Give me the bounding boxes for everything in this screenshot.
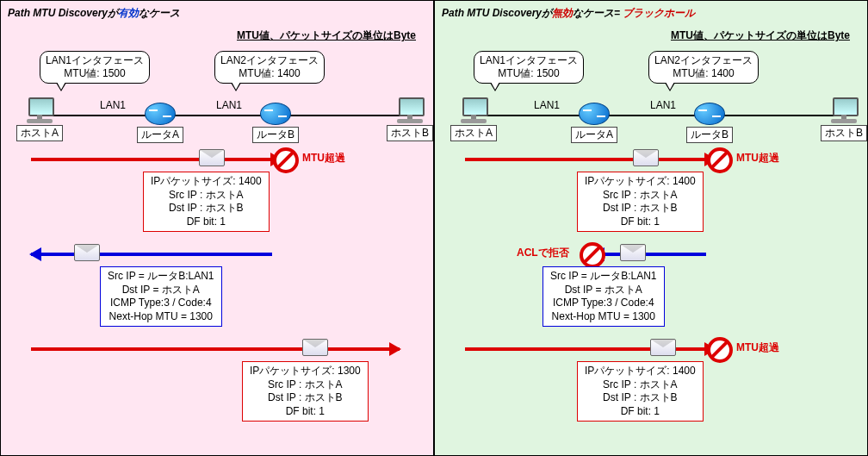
node-label: ルータB <box>686 127 733 143</box>
info-line: Dst IP : ホストB <box>585 202 696 216</box>
title-pre: Path MTU Discovery <box>8 7 108 19</box>
router-icon <box>260 103 291 125</box>
info-line: Src IP : ホストA <box>250 378 361 392</box>
balloon-line: MTU値: 1400 <box>220 67 319 80</box>
node-label: ルータB <box>252 127 299 143</box>
topology-link <box>34 115 404 116</box>
node-label: ホストB <box>821 125 867 141</box>
panel-title: Path MTU Discoveryが無効なケース= ブラックホール <box>442 6 860 21</box>
info-line: Next-Hop MTU = 1300 <box>550 310 657 324</box>
balloon-line: MTU値: 1500 <box>480 67 578 80</box>
label-mtu-exceed: MTU超過 <box>736 151 779 166</box>
host-icon <box>24 97 55 123</box>
envelope-icon <box>650 339 676 356</box>
info-line: IPパケットサイズ: 1400 <box>151 175 262 189</box>
info-line: Src IP = ルータB:LAN1 <box>108 270 214 284</box>
node-router-b: ルータB <box>686 103 733 143</box>
info-line: Dst IP : ホストB <box>585 391 696 405</box>
node-router-a: ルータA <box>571 103 617 143</box>
info-line: IPパケットサイズ: 1400 <box>585 175 696 189</box>
router-icon <box>145 103 176 125</box>
stop-icon <box>707 337 733 363</box>
infobox-pkt2: IPパケットサイズ: 1300 Src IP : ホストA Dst IP : ホ… <box>242 361 369 422</box>
balloon-lan2: LAN2インタフェース MTU値: 1400 <box>648 51 759 84</box>
arrow-icmp <box>31 253 272 256</box>
node-router-a: ルータA <box>137 103 183 143</box>
info-line: IPパケットサイズ: 1400 <box>585 365 696 378</box>
arrow-pkt2 <box>31 347 400 351</box>
title-highlight: 無効 <box>552 7 573 19</box>
node-host-a: ホストA <box>450 97 497 141</box>
arrow-pkt1 <box>31 158 281 161</box>
title-post: なケース <box>139 7 180 19</box>
panel-title: Path MTU Discoveryが有効なケース <box>8 6 426 21</box>
router-icon <box>694 103 725 125</box>
info-line: Dst IP : ホストB <box>151 202 262 216</box>
arrow-icmp <box>594 253 706 256</box>
node-label: ホストA <box>16 125 63 141</box>
title-mid: が <box>108 7 118 19</box>
title-extra: ブラックホール <box>623 7 695 19</box>
link-label-lan1b: LAN1 <box>216 99 242 111</box>
title-highlight: 有効 <box>118 7 139 19</box>
label-mtu-exceed: MTU超過 <box>302 151 345 166</box>
info-line: DF bit: 1 <box>585 405 696 419</box>
stop-icon <box>580 242 605 268</box>
balloon-line: MTU値: 1400 <box>654 67 753 80</box>
info-line: ICMP Type:3 / Code:4 <box>550 297 657 310</box>
envelope-icon <box>302 339 328 356</box>
envelope-icon <box>633 149 659 166</box>
infobox-icmp: Src IP = ルータB:LAN1 Dst IP = ホストA ICMP Ty… <box>542 266 665 327</box>
info-line: Src IP = ルータB:LAN1 <box>550 270 657 284</box>
balloon-line: LAN1インタフェース <box>480 54 578 67</box>
label-acl-deny: ACLで拒否 <box>517 246 569 260</box>
router-icon <box>579 103 610 125</box>
info-line: IPパケットサイズ: 1300 <box>250 365 361 378</box>
panel-pmtu-enabled: Path MTU Discoveryが有効なケース MTU値、パケットサイズの単… <box>0 0 434 456</box>
envelope-icon <box>199 149 225 166</box>
topology-link <box>468 115 838 116</box>
stop-icon <box>273 147 299 173</box>
host-icon <box>394 97 425 123</box>
balloon-line: LAN2インタフェース <box>654 54 753 67</box>
node-label: ルータA <box>571 127 617 143</box>
title-pre: Path MTU Discovery <box>442 7 542 19</box>
node-router-b: ルータB <box>252 103 299 143</box>
host-icon <box>458 97 489 123</box>
info-line: Src IP : ホストA <box>585 378 696 392</box>
subtitle: MTU値、パケットサイズの単位はByte <box>237 28 416 43</box>
node-label: ホストA <box>450 125 497 141</box>
balloon-lan1: LAN1インタフェース MTU値: 1500 <box>474 51 584 84</box>
panel-pmtu-disabled: Path MTU Discoveryが無効なケース= ブラックホール MTU値、… <box>434 0 868 456</box>
node-host-b: ホストB <box>821 97 867 141</box>
infobox-icmp: Src IP = ルータB:LAN1 Dst IP = ホストA ICMP Ty… <box>100 266 222 327</box>
label-mtu-exceed: MTU超過 <box>736 340 779 355</box>
node-label: ホストB <box>387 125 433 141</box>
subtitle: MTU値、パケットサイズの単位はByte <box>671 28 850 43</box>
info-line: ICMP Type:3 / Code:4 <box>108 297 214 310</box>
host-icon <box>828 97 859 123</box>
node-label: ルータA <box>137 127 183 143</box>
infobox-pkt1: IPパケットサイズ: 1400 Src IP : ホストA Dst IP : ホ… <box>143 172 270 232</box>
link-label-lan1b: LAN1 <box>650 99 676 111</box>
arrow-pkt1 <box>465 158 715 161</box>
info-line: Dst IP : ホストB <box>250 391 361 405</box>
node-host-b: ホストB <box>387 97 433 141</box>
page: Path MTU Discoveryが有効なケース MTU値、パケットサイズの単… <box>0 0 868 456</box>
stop-icon <box>707 147 733 173</box>
info-line: Dst IP = ホストA <box>550 284 657 297</box>
node-host-a: ホストA <box>16 97 63 141</box>
link-label-lan1: LAN1 <box>534 99 560 111</box>
info-line: Next-Hop MTU = 1300 <box>108 310 214 324</box>
balloon-line: LAN1インタフェース <box>46 54 144 67</box>
infobox-pkt1: IPパケットサイズ: 1400 Src IP : ホストA Dst IP : ホ… <box>577 172 704 232</box>
envelope-icon <box>620 244 646 261</box>
info-line: Src IP : ホストA <box>151 189 262 203</box>
balloon-line: MTU値: 1500 <box>46 67 144 80</box>
info-line: DF bit: 1 <box>250 405 361 419</box>
arrow-pkt2 <box>465 347 715 351</box>
balloon-lan1: LAN1インタフェース MTU値: 1500 <box>40 51 150 84</box>
info-line: DF bit: 1 <box>585 216 696 229</box>
infobox-pkt2: IPパケットサイズ: 1400 Src IP : ホストA Dst IP : ホ… <box>577 361 704 422</box>
info-line: DF bit: 1 <box>151 216 262 229</box>
